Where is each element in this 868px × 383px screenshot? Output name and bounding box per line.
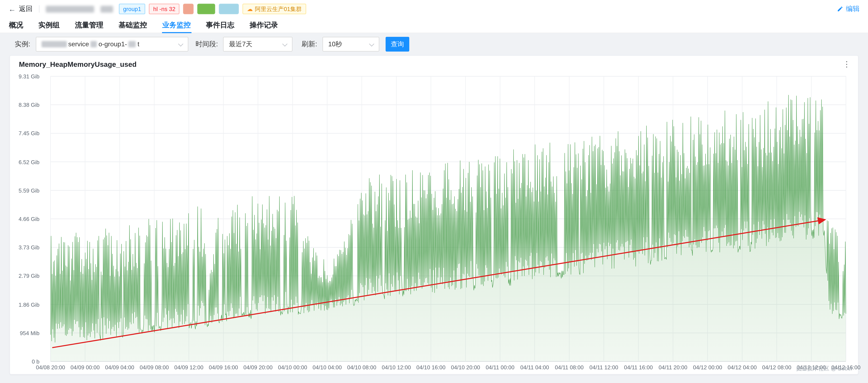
y-axis-label: 4.66 Gib <box>10 216 39 222</box>
watermark: 掘金技术社区 @ Bober <box>796 365 853 373</box>
instance-value-fragment: t <box>137 40 139 48</box>
y-axis-label: 8.38 Gib <box>10 102 39 108</box>
edit-label: 编辑 <box>846 4 860 14</box>
x-axis-label: 04/10 12:00 <box>377 364 415 371</box>
tab-operation-records[interactable]: 操作记录 <box>249 18 279 33</box>
redacted-text <box>128 41 136 47</box>
y-axis-label: 5.59 Gib <box>10 187 39 193</box>
refresh-select[interactable]: 10秒 <box>322 37 379 52</box>
x-axis-label: 04/12 00:00 <box>689 364 726 371</box>
x-axis-label: 04/11 12:00 <box>585 364 623 371</box>
y-axis-label: 1.86 Gib <box>10 301 39 308</box>
y-axis-label: 6.52 Gib <box>10 159 39 165</box>
top-header: ← 返回 group1 hl -ns 32 ☁ 阿里云生产01集群 编辑 <box>0 0 868 18</box>
tab-overview[interactable]: 概况 <box>8 18 24 33</box>
instance-filter-label: 实例: <box>15 39 30 49</box>
tab-event-logs[interactable]: 事件日志 <box>206 18 235 33</box>
x-axis-label: 04/10 04:00 <box>308 364 346 371</box>
x-axis-label: 04/10 08:00 <box>343 364 381 371</box>
badge-redacted <box>100 6 113 12</box>
edit-button[interactable]: 编辑 <box>837 4 860 14</box>
x-axis-label: 04/10 00:00 <box>274 364 312 371</box>
page: ← 返回 group1 hl -ns 32 ☁ 阿里云生产01集群 编辑 概况 … <box>0 0 868 383</box>
y-axis-label: 9.31 Gib <box>10 73 39 79</box>
tab-basic-monitoring[interactable]: 基础监控 <box>118 18 148 33</box>
period-select[interactable]: 最近7天 <box>223 37 293 52</box>
x-axis-label: 04/09 12:00 <box>170 364 208 371</box>
redacted-text <box>91 41 97 47</box>
panel-menu-button[interactable]: ⋮ <box>841 59 853 70</box>
tag-namespace: hl -ns 32 <box>149 4 180 14</box>
redacted-text <box>41 41 67 47</box>
divider <box>39 5 39 12</box>
pencil-icon <box>837 6 843 12</box>
period-filter-label: 时间段: <box>195 39 218 49</box>
back-arrow-icon: ← <box>8 5 16 12</box>
x-axis-label: 04/08 20:00 <box>32 364 69 371</box>
back-label: 返回 <box>19 4 33 14</box>
y-axis-label: 2.79 Gib <box>10 273 39 279</box>
cloud-icon: ☁ <box>247 6 253 12</box>
x-axis-label: 04/09 08:00 <box>135 364 173 371</box>
query-button[interactable]: 查询 <box>385 37 409 52</box>
memory-usage-chart <box>51 76 846 361</box>
tag-redacted-green <box>197 4 215 14</box>
tab-instance-groups[interactable]: 实例组 <box>38 18 60 33</box>
x-axis-label: 04/10 20:00 <box>446 364 485 371</box>
instance-name-redacted <box>46 6 94 12</box>
y-axis-label: 954 Mib <box>10 330 39 336</box>
x-axis-label: 04/11 20:00 <box>654 364 692 371</box>
refresh-filter-label: 刷新: <box>302 39 317 49</box>
refresh-value: 10秒 <box>328 40 342 49</box>
x-axis-label: 04/10 16:00 <box>412 364 450 371</box>
x-axis-label: 04/11 00:00 <box>481 364 519 371</box>
tag-group1: group1 <box>119 4 145 14</box>
tab-business-monitoring[interactable]: 业务监控 <box>162 18 191 33</box>
x-axis-label: 04/09 16:00 <box>205 364 242 371</box>
y-axis-label: 0 b <box>10 358 39 364</box>
y-axis-label: 3.73 Gib <box>10 244 39 251</box>
x-axis-label: 04/11 04:00 <box>516 364 554 371</box>
x-axis-label: 04/11 16:00 <box>620 364 657 371</box>
instance-select[interactable]: service o-group1- t <box>36 37 188 52</box>
x-axis-label: 04/09 00:00 <box>66 364 104 371</box>
period-value: 最近7天 <box>229 40 252 49</box>
cluster-label: 阿里云生产01集群 <box>255 5 302 13</box>
tab-traffic-management[interactable]: 流量管理 <box>74 18 104 33</box>
tag-cluster: ☁ 阿里云生产01集群 <box>243 4 306 14</box>
chart-panel: Memory_HeapMemoryUsage_used ⋮ 9.31 Gib8.… <box>9 55 859 375</box>
chevron-down-icon <box>178 41 183 46</box>
back-button[interactable]: ← 返回 <box>8 4 33 14</box>
panel-title: Memory_HeapMemoryUsage_used <box>19 61 136 68</box>
filter-bar: 实例: service o-group1- t 时间段: 最近7天 刷新: 10… <box>15 37 868 52</box>
x-axis-label: 04/12 08:00 <box>758 364 796 371</box>
instance-value-fragment: service <box>68 40 89 48</box>
tab-bar: 概况 实例组 流量管理 基础监控 业务监控 事件日志 操作记录 <box>0 18 868 33</box>
y-axis-label: 7.45 Gib <box>10 130 39 136</box>
instance-value-fragment: o-group1- <box>98 40 127 48</box>
x-axis-label: 04/12 04:00 <box>723 364 761 371</box>
tag-redacted-teal <box>219 4 239 14</box>
x-axis-label: 04/11 08:00 <box>550 364 588 371</box>
chevron-down-icon <box>282 41 287 46</box>
x-axis-label: 04/09 04:00 <box>101 364 138 371</box>
x-axis-label: 04/09 20:00 <box>239 364 277 371</box>
tag-redacted-pink <box>183 4 194 14</box>
chevron-down-icon <box>369 41 374 46</box>
